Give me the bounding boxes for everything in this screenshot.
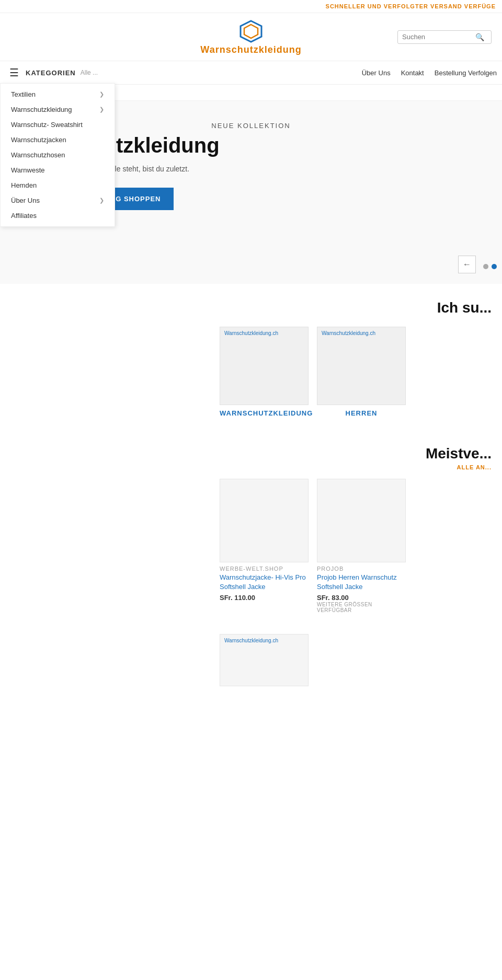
chevron-right-icon: ❯ — [99, 91, 104, 98]
search-icon[interactable]: 🔍 — [475, 33, 484, 41]
nav-links: Über Uns Kontakt Bestellung Verfolgen — [362, 64, 497, 82]
nav-ueber-uns[interactable]: Über Uns — [362, 64, 391, 82]
cat-img-herren: Warnschutzkleidung.ch — [317, 327, 406, 405]
prod-card-projob[interactable]: PROJOB Projob Herren Warnschutz Softshel… — [317, 479, 406, 613]
dropdown-item-warnschutzkleidung[interactable]: Warnschutzkleidung ❯ — [1, 102, 115, 117]
dropdown-item-sweatshirt[interactable]: Warnschutz- Sweatshirt — [1, 117, 115, 132]
navbar: ☰ KATEGORIEN Alle ... Über Uns Kontakt B… — [0, 61, 502, 85]
prod-brand-werbe: WERBE-WELT.SHOP — [220, 562, 309, 573]
dropdown-item-warnweste[interactable]: Warnweste — [1, 163, 115, 178]
dropdown-item-textilien[interactable]: Textilien ❯ — [1, 87, 115, 102]
alle-label[interactable]: Alle ... — [78, 64, 100, 82]
search-input[interactable] — [402, 33, 475, 41]
hero-dot-2[interactable] — [492, 264, 497, 269]
logo-area[interactable]: Warnschutzkleidung — [200, 18, 301, 55]
bottom-product-row: Warnschutzkleidung.ch — [0, 634, 502, 702]
svg-marker-1 — [244, 25, 258, 38]
hero-dot-1[interactable] — [483, 264, 488, 269]
prod-card-warnschutzjacke[interactable]: WERBE-WELT.SHOP Warnschutzjacke- Hi-Vis … — [220, 479, 309, 613]
logo-icon — [238, 18, 264, 44]
dropdown-item-ueber-uns[interactable]: Über Uns ❯ — [1, 193, 115, 208]
product-cards: WERBE-WELT.SHOP Warnschutzjacke- Hi-Vis … — [0, 470, 502, 634]
dropdown-item-hosen[interactable]: Warnschutzhosen — [1, 147, 115, 163]
prod-img-warnschutzjacke — [220, 479, 309, 562]
kategorien-label: KATEGORIEN — [23, 64, 78, 82]
dropdown-menu: Textilien ❯ Warnschutzkleidung ❯ Warnsch… — [0, 83, 115, 227]
header: Warnschutzkleidung 🔍 — [0, 13, 502, 61]
banner-text: SCHNELLER UND VERFOLGTER VERSAND VERFÜGE — [326, 3, 496, 9]
ich-suche-heading: Ich su... — [0, 284, 502, 321]
cat-card-herren[interactable]: Warnschutzkleidung.ch HERREN — [317, 327, 406, 419]
prod-brand-projob: PROJOB — [317, 562, 406, 573]
nav-bestellung[interactable]: Bestellung Verfolgen — [435, 64, 497, 82]
hero-dots — [483, 264, 497, 269]
cat-card-warnschutzkleidung[interactable]: Warnschutzkleidung.ch WARNSCHUTZKLEIDUNG — [220, 327, 309, 419]
search-bar[interactable]: 🔍 — [397, 30, 492, 44]
logo-text: Warnschutzkleidung — [200, 44, 301, 55]
prod-price-warnschutzjacke: SFr. 110.00 — [220, 594, 309, 602]
top-banner: SCHNELLER UND VERFOLGTER VERSAND VERFÜGE — [0, 0, 502, 13]
cat-title-warnschutzkleidung: WARNSCHUTZKLEIDUNG — [220, 405, 309, 419]
prod-name-warnschutzjacke[interactable]: Warnschutzjacke- Hi-Vis Pro Softshell Ja… — [220, 573, 309, 592]
bottom-prod-img: Warnschutzkleidung.ch — [220, 634, 309, 686]
dropdown-item-affiliates[interactable]: Affiliates — [1, 208, 115, 223]
prod-img-projob — [317, 479, 406, 562]
prod-name-projob[interactable]: Projob Herren Warnschutz Softshell Jacke — [317, 573, 406, 592]
bottom-prod-card[interactable]: Warnschutzkleidung.ch — [220, 634, 309, 686]
hamburger-icon[interactable]: ☰ — [5, 61, 23, 84]
category-cards: Warnschutzkleidung.ch WARNSCHUTZKLEIDUNG… — [0, 321, 502, 430]
dropdown-item-hemden[interactable]: Hemden — [1, 178, 115, 193]
bestseller-heading: Meistve... — [0, 430, 502, 464]
dropdown-item-jacken[interactable]: Warnschutzjacken — [1, 132, 115, 147]
prod-availability-projob: WEITERE GRÖSSEN VERFÜGBAR — [317, 602, 406, 613]
hero-prev-button[interactable]: ← — [458, 256, 476, 273]
chevron-right-icon: ❯ — [99, 106, 104, 113]
cat-title-herren: HERREN — [317, 405, 406, 419]
cat-img-warnschutzkleidung: Warnschutzkleidung.ch — [220, 327, 309, 405]
alle-anzeigen-link[interactable]: ALLE AN... — [0, 464, 502, 470]
chevron-right-icon: ❯ — [99, 197, 104, 204]
prod-price-projob: SFr. 83.00 — [317, 594, 406, 602]
nav-kontakt[interactable]: Kontakt — [401, 64, 424, 82]
